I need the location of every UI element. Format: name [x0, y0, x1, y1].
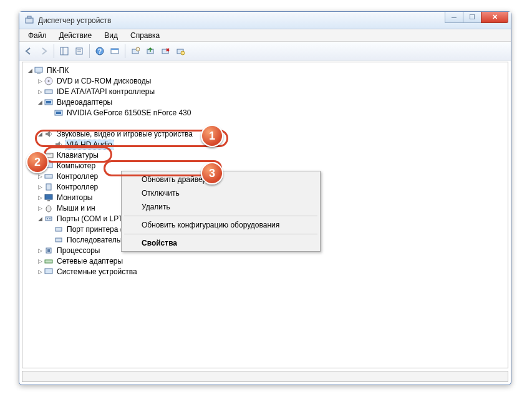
mouse-icon [44, 203, 54, 213]
tree-node-video-child[interactable]: NVIDIA GeForce 6150SE nForce 430 [22, 107, 508, 118]
usb-icon [44, 182, 54, 192]
context-separator [124, 216, 317, 216]
svg-rect-36 [47, 200, 50, 201]
window-title: Диспетчер устройств [38, 16, 111, 25]
tree-node-network[interactable]: ▷ Сетевые адаптеры [22, 256, 508, 266]
tree-label: Процессоры [56, 246, 102, 255]
collapse-icon[interactable]: ◢ [36, 131, 44, 137]
port-icon [44, 214, 54, 224]
context-scan-hardware[interactable]: Обновить конфигурацию оборудования [123, 218, 319, 232]
expand-icon[interactable]: ▷ [36, 88, 44, 95]
svg-rect-1 [27, 16, 31, 18]
svg-point-40 [49, 218, 51, 219]
tree-label-selected: VIA HD Audio [65, 140, 114, 150]
expand-icon[interactable]: ▷ [36, 205, 44, 211]
tree-label: Клавиатуры [56, 151, 100, 160]
expand-icon[interactable]: ▷ [36, 247, 44, 254]
svg-rect-0 [26, 18, 33, 23]
network-icon [44, 256, 54, 266]
menu-action[interactable]: Действие [53, 30, 99, 41]
help-button[interactable]: ? [93, 44, 107, 58]
tree-label: Сетевые адаптеры [56, 257, 124, 265]
expand-icon[interactable]: ▷ [36, 269, 44, 275]
toolbar-icon[interactable] [108, 44, 122, 58]
svg-rect-30 [47, 155, 49, 155]
expand-icon[interactable]: ▷ [36, 173, 44, 179]
tree-label: Порты (COM и LPT) [56, 214, 127, 223]
tree-node-dvd[interactable]: ▷ DVD и CD-ROM дисководы [22, 75, 508, 86]
menu-help[interactable]: Справка [124, 30, 166, 41]
disable-button[interactable] [173, 44, 187, 58]
tree-node-computer[interactable]: ▷ Компьютер [22, 160, 508, 171]
update-driver-button[interactable] [143, 44, 157, 58]
port-icon [54, 235, 64, 245]
show-hide-tree-button[interactable] [57, 44, 71, 58]
toolbar-separator [89, 44, 90, 58]
collapse-icon[interactable]: ◢ [36, 216, 44, 222]
svg-rect-31 [49, 155, 51, 155]
menu-file[interactable]: Файл [22, 30, 53, 41]
tree-label: DVD и CD-ROM дисководы [56, 77, 152, 85]
context-properties[interactable]: Свойства [123, 236, 319, 250]
toolbar-separator [125, 44, 125, 58]
toolbar: ? [19, 42, 511, 60]
disc-icon [44, 76, 54, 86]
menu-view[interactable]: Вид [98, 30, 124, 41]
tree-label: Мыши и ин [56, 204, 97, 213]
expand-icon[interactable]: ▷ [36, 78, 44, 84]
svg-point-39 [47, 218, 48, 219]
context-separator [124, 234, 317, 234]
svg-rect-35 [45, 194, 52, 199]
tree-label: Мониторы [56, 193, 94, 202]
svg-rect-19 [35, 67, 42, 72]
minimize-button[interactable]: ─ [445, 12, 463, 23]
tree-node-sound-child[interactable]: VIA HD Audio [22, 139, 508, 150]
forward-button[interactable] [37, 44, 51, 58]
context-delete[interactable]: Удалить [123, 200, 319, 214]
uninstall-button[interactable] [158, 44, 172, 58]
sound-icon [44, 129, 54, 139]
expand-icon[interactable]: ▷ [36, 184, 44, 190]
port-icon [54, 224, 64, 234]
properties-button[interactable] [72, 44, 86, 58]
svg-point-18 [181, 51, 185, 55]
expand-icon[interactable]: ▷ [36, 258, 44, 264]
tree-node-keyboards[interactable]: ▷ Клавиатуры [22, 150, 508, 160]
collapse-icon[interactable]: ◢ [36, 99, 44, 105]
tree-label: Компьютер [56, 161, 97, 170]
close-button[interactable]: ✕ [481, 12, 508, 23]
display-adapter-icon [54, 108, 64, 118]
app-icon [24, 16, 34, 26]
device-manager-window: Диспетчер устройств ─ ☐ ✕ Файл Действие … [19, 11, 511, 385]
svg-rect-42 [56, 238, 62, 242]
controller-icon [44, 171, 54, 181]
svg-rect-20 [37, 73, 41, 74]
maximize-button[interactable]: ☐ [463, 12, 481, 23]
toolbar-separator [54, 44, 54, 58]
context-disable[interactable]: Отключить [123, 186, 319, 200]
display-adapter-icon [44, 97, 54, 107]
svg-rect-23 [45, 90, 52, 93]
window-buttons: ─ ☐ ✕ [445, 12, 508, 23]
cpu-icon [44, 246, 54, 256]
back-button[interactable] [22, 44, 36, 58]
expand-icon[interactable]: ▷ [36, 163, 44, 169]
expand-icon[interactable]: ▷ [36, 152, 44, 158]
tree-node-video[interactable]: ◢ Видеоадаптеры [22, 97, 508, 107]
tree-label: Контроллер [56, 183, 99, 191]
tree-node-ide[interactable]: ▷ IDE ATA/ATAPI контроллеры [22, 86, 508, 97]
collapse-icon[interactable]: ◢ [26, 67, 34, 74]
svg-rect-29 [46, 155, 47, 155]
tree-node-sound[interactable]: ◢ Звуковые, видео и игровые устройства [22, 128, 508, 139]
svg-rect-27 [56, 112, 61, 114]
svg-rect-4 [76, 48, 82, 54]
svg-rect-45 [45, 260, 52, 263]
expand-icon[interactable]: ▷ [36, 194, 44, 201]
titlebar: Диспетчер устройств ─ ☐ ✕ [19, 12, 511, 29]
scan-hardware-button[interactable] [128, 44, 142, 58]
context-update-drivers[interactable]: Обновить драйверы... [123, 173, 319, 186]
computer-icon [44, 161, 54, 171]
svg-rect-38 [46, 217, 52, 221]
tree-root[interactable]: ◢ ПК-ПК [22, 65, 508, 75]
tree-node-system[interactable]: ▷ Системные устройства [22, 266, 508, 277]
